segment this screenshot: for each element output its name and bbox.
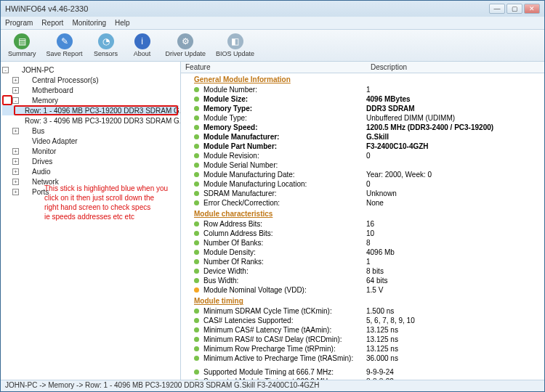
tree-node[interactable]: -Memory [2,95,179,105]
property-row[interactable]: Module Part Number:F3-2400C10-4GZH [181,142,544,151]
property-value: 1.5 V [366,285,540,295]
property-row[interactable]: Module Manufacturing Location:0 [181,179,544,189]
toolbar-save-report[interactable]: ✎Save Report [42,32,87,59]
property-name: Number Of Banks: [194,238,366,248]
about-icon: i [134,33,150,49]
property-name: Module Manufacturer: [194,132,366,142]
property-row[interactable]: Column Address Bits:10 [181,229,544,238]
expand-icon[interactable]: + [12,77,19,83]
tree-node[interactable]: +Audio [2,166,179,176]
property-value: 9-9-9-24 [366,367,540,377]
menubar: ProgramReportMonitoringHelp [1,17,544,30]
property-row[interactable]: Error Check/Correction:None [181,198,544,208]
property-row[interactable]: Minimum RAS# to CAS# Delay (tRCDmin):13.… [181,335,544,344]
property-row[interactable]: Memory Speed:1200.5 MHz (DDR3-2400 / PC3… [181,123,544,132]
menu-program[interactable]: Program [5,19,33,27]
tree-node[interactable]: +Bus [2,126,179,136]
property-value: 0 [366,179,540,189]
details-panel[interactable]: Feature Description General Module Infor… [181,62,544,380]
maximize-button[interactable]: ▢ [506,4,522,14]
toolbar-summary[interactable]: ▤Summary [4,32,41,59]
tree-node[interactable]: +Monitor [2,146,179,156]
property-row[interactable]: Minimum Row Precharge Time (tRPmin):13.1… [181,344,544,354]
section-header: Module timing [181,295,544,306]
tree-node[interactable]: Row: 3 - 4096 MB PC3-19200 DDR3 SDRAM G.… [2,115,179,126]
property-name: Device Width: [194,266,366,276]
node-icon [21,97,30,104]
property-value: 36.000 ns [366,354,540,363]
property-row[interactable]: Memory Type:DDR3 SDRAM [181,104,544,113]
node-icon [21,127,30,134]
property-name: Row Address Bits: [194,219,366,229]
property-row[interactable]: Module Manufacturer:G.Skill [181,132,544,142]
property-row[interactable]: Module Size:4096 MBytes [181,94,544,104]
property-row[interactable]: CAS# Latencies Supported:5, 6, 7, 8, 9, … [181,316,544,325]
property-row[interactable]: Module Number:1 [181,85,544,94]
property-name: Module Number: [194,85,366,94]
property-row[interactable]: Module Revision:0 [181,151,544,160]
tree-node[interactable]: Video Adapter [2,136,179,146]
property-value: 64 bits [366,276,540,285]
property-row[interactable]: Module Type:Unbuffered DIMM (UDIMM) [181,113,544,123]
col-description[interactable]: Description [366,62,544,73]
property-value: 5, 6, 7, 8, 9, 10 [366,316,540,325]
tree-node[interactable]: +Central Processor(s) [2,75,179,85]
toolbar-driver-update[interactable]: ⚙Driver Update [161,32,211,59]
tree-node[interactable]: +Drives [2,156,179,166]
property-row[interactable]: Minimum SDRAM Cycle Time (tCKmin):1.500 … [181,306,544,316]
close-button[interactable]: ✕ [524,4,540,14]
minimize-button[interactable]: — [489,4,505,14]
property-name: Memory Speed: [194,123,366,132]
tree-node[interactable]: -JOHN-PC [2,65,179,75]
property-name: Module Manufacturing Location: [194,179,366,189]
property-row[interactable]: SDRAM Manufacturer:Unknown [181,189,544,198]
driver-update-icon: ⚙ [177,33,193,49]
property-value: 13.125 ns [366,325,540,335]
property-row[interactable]: Minimum Active to Precharge Time (tRASmi… [181,354,544,363]
toolbar-sensors[interactable]: ◔Sensors [89,32,124,59]
property-value: 8 [366,238,540,248]
expand-icon[interactable]: + [12,128,19,134]
expand-icon[interactable]: - [2,67,9,73]
property-value: 16 [366,219,540,229]
expand-icon[interactable]: + [12,87,19,94]
node-icon [21,178,30,185]
col-feature[interactable]: Feature [181,62,366,73]
tree-panel: -JOHN-PC This stick is highlighted blue … [1,62,181,380]
property-row[interactable]: Row Address Bits:16 [181,219,544,229]
property-name: Memory Type: [194,104,366,113]
property-value: 8 bits [366,266,540,276]
menu-report[interactable]: Report [41,19,63,27]
expand-icon[interactable]: + [12,179,19,185]
property-row[interactable]: Device Width:8 bits [181,266,544,276]
expand-icon[interactable]: + [12,168,19,175]
property-row[interactable]: Module Serial Number: [181,160,544,170]
property-row[interactable]: Bus Width:64 bits [181,276,544,285]
property-row[interactable]: Module Density:4096 Mb [181,248,544,257]
property-value: 4096 Mb [366,248,540,257]
property-name: Number Of Ranks: [194,257,366,266]
property-row[interactable]: Module Manufacturing Date:Year: 2000, We… [181,170,544,179]
menu-help[interactable]: Help [115,19,130,27]
highlight-box [2,95,12,105]
toolbar-bios-update[interactable]: ◧BIOS Update [211,32,259,59]
expand-icon[interactable]: + [12,148,19,155]
expand-icon[interactable]: + [12,158,19,165]
property-name: Error Check/Correction: [194,198,366,208]
property-name: Module Manufacturing Date: [194,170,366,179]
menu-monitoring[interactable]: Monitoring [72,19,106,27]
property-row[interactable]: Minimum CAS# Latency Time (tAAmin):13.12… [181,325,544,335]
property-row[interactable]: Supported Module Timing at 666.7 MHz:9-9… [181,367,544,377]
expand-icon[interactable]: - [12,97,19,104]
toolbar-about[interactable]: iAbout [125,32,160,59]
tree-node[interactable]: +Motherboard [2,85,179,95]
property-row[interactable]: Module Nominal Voltage (VDD):1.5 V [181,285,544,295]
property-value: G.Skill [366,132,540,142]
expand-icon[interactable]: + [12,189,19,195]
property-row[interactable]: Number Of Banks:8 [181,238,544,248]
sensors-icon: ◔ [98,33,114,49]
property-value: F3-2400C10-4GZH [366,142,540,151]
section-header: Module characteristics [181,208,544,219]
property-row[interactable]: Number Of Ranks:1 [181,257,544,266]
property-name: SDRAM Manufacturer: [194,189,366,198]
